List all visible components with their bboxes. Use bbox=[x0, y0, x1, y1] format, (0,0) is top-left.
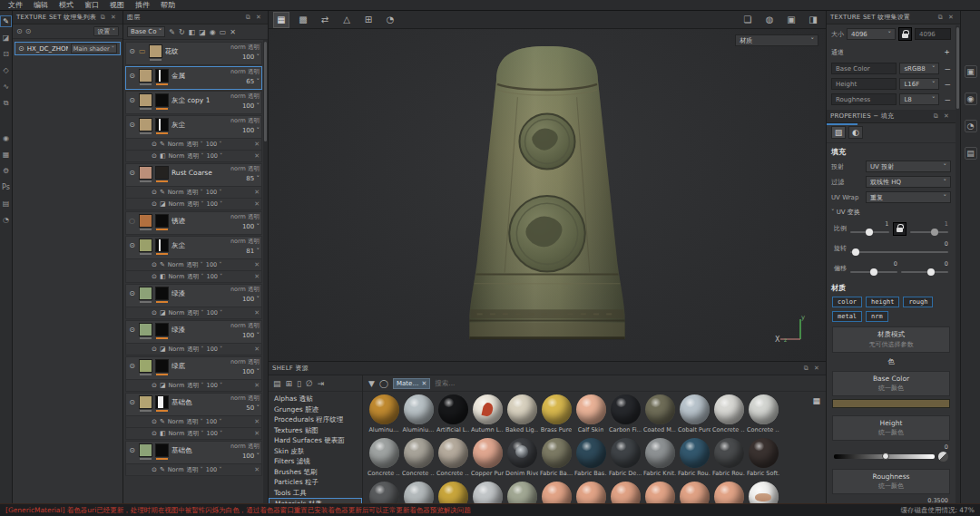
layer-effect-row[interactable]: ⊙✎Norm透明 ˅100 ˅✕ bbox=[126, 186, 261, 198]
channel-toggle-rough[interactable]: rough bbox=[903, 297, 933, 307]
layer-row[interactable]: ⊙基础色norm 透明50 ˅⊙✎Norm透明 ˅100 ˅✕⊙◧Norm透明 … bbox=[125, 393, 262, 440]
height-slider[interactable] bbox=[834, 454, 935, 459]
material-sphere[interactable] bbox=[714, 394, 744, 424]
material-picker-icon[interactable]: ◉ bbox=[1, 133, 11, 143]
layer-visibility-icon[interactable]: ⊙ bbox=[128, 118, 136, 132]
projection-tool-icon[interactable]: ⊡ bbox=[1, 49, 11, 59]
layer-row-main[interactable]: ⊙Rust Coarsenorm 透明85 ˅ bbox=[126, 164, 261, 186]
remove-channel-icon[interactable]: − bbox=[944, 95, 951, 104]
menu-item[interactable]: 窗口 bbox=[80, 0, 103, 10]
material-item[interactable]: Fabric Bas… bbox=[573, 438, 608, 482]
material-item[interactable]: Autumn L… bbox=[470, 394, 505, 438]
material-item[interactable]: Carbon Fi… bbox=[608, 394, 642, 438]
layer-effect-visibility-icon[interactable]: ⊙ bbox=[152, 141, 157, 148]
remove-channel-icon[interactable]: − bbox=[944, 64, 951, 73]
uv-transform-collapse[interactable]: ˅ UV 变换 bbox=[827, 205, 956, 219]
material-mode-button[interactable]: 材质模式 无可供选择参数 bbox=[832, 326, 950, 353]
layer-blend-mode[interactable]: norm 透明 bbox=[230, 68, 260, 76]
material-item[interactable]: Concrete … bbox=[746, 394, 780, 438]
layer-row[interactable]: ⊙基础色norm 透明100 ˅⊙✎Norm透明 ˅100 ˅✕ bbox=[125, 441, 262, 476]
layer-effect-row[interactable]: ⊙✎Norm透明 ˅100 ˅✕ bbox=[126, 138, 261, 150]
material-item[interactable]: Artificial L… bbox=[436, 394, 470, 438]
shelf-category[interactable]: Skin 皮肤 bbox=[269, 446, 362, 457]
material-sphere[interactable] bbox=[404, 482, 434, 503]
effect-mode-dropdown[interactable]: 透明 ˅ bbox=[187, 200, 203, 209]
layer-effect-visibility-icon[interactable]: ⊙ bbox=[152, 430, 157, 437]
layer-row-main[interactable]: ⊙基础色norm 透明100 ˅ bbox=[126, 442, 261, 463]
effect-opacity-dropdown[interactable]: 100 ˅ bbox=[207, 382, 223, 389]
effect-mode-dropdown[interactable]: 透明 ˅ bbox=[186, 261, 202, 269]
layer-effect-visibility-icon[interactable]: ⊙ bbox=[152, 418, 157, 425]
material-sphere[interactable] bbox=[611, 482, 641, 503]
layers-scrollbar[interactable] bbox=[263, 40, 268, 503]
channel-toggle-height[interactable]: height bbox=[866, 297, 899, 307]
layer-blend-mode[interactable]: norm 透明 bbox=[230, 117, 260, 125]
material-item[interactable] bbox=[573, 482, 608, 503]
material-item[interactable]: Concrete … bbox=[711, 394, 746, 438]
layer-blend-mode[interactable]: norm 透明 bbox=[230, 238, 260, 246]
channel-toggle-metal[interactable]: metal bbox=[832, 311, 862, 322]
effect-remove-icon[interactable]: ✕ bbox=[254, 141, 260, 148]
material-item[interactable]: Aluminiu… bbox=[401, 394, 436, 438]
material-sphere[interactable] bbox=[645, 394, 675, 424]
effect-opacity-dropdown[interactable]: 100 ˅ bbox=[207, 152, 223, 160]
remove-channel-icon[interactable]: − bbox=[944, 80, 951, 89]
shelf-document-icon[interactable]: ▯ bbox=[297, 379, 301, 388]
menu-item[interactable]: 帮助 bbox=[156, 0, 180, 10]
tab-material-preview[interactable]: ◐ bbox=[848, 126, 863, 139]
layer-opacity[interactable]: 81 ˅ bbox=[230, 248, 260, 255]
material-item[interactable]: Fabric Soft… bbox=[746, 438, 780, 482]
base-color-swatch[interactable] bbox=[832, 399, 950, 408]
material-item[interactable]: Fabric Ba… bbox=[539, 438, 573, 482]
material-sphere[interactable] bbox=[507, 394, 537, 424]
undock-icon[interactable]: ⧉ bbox=[931, 112, 941, 120]
material-item[interactable]: Concrete … bbox=[367, 438, 401, 482]
shelf-category[interactable]: Brushes 笔刷 bbox=[269, 467, 362, 478]
material-sphere[interactable] bbox=[542, 394, 572, 424]
effect-mode-dropdown[interactable]: 透明 ˅ bbox=[187, 346, 203, 354]
material-sphere[interactable] bbox=[369, 438, 399, 468]
layer-opacity[interactable]: 85 ˅ bbox=[230, 175, 260, 182]
layer-opacity[interactable]: 100 ˅ bbox=[230, 296, 260, 303]
material-sphere[interactable] bbox=[542, 438, 572, 468]
material-sphere[interactable] bbox=[507, 482, 537, 503]
layer-visibility-icon[interactable]: ⊙ bbox=[128, 69, 136, 83]
channel-format-dropdown[interactable]: sRGB8˅ bbox=[899, 63, 939, 74]
material-sphere[interactable] bbox=[369, 394, 399, 424]
close-icon[interactable]: ✕ bbox=[946, 14, 956, 21]
layer-blend-mode[interactable]: norm 透明 bbox=[230, 44, 260, 52]
material-sphere[interactable] bbox=[438, 394, 468, 424]
shader-settings-dock-icon[interactable]: ◉ bbox=[965, 92, 977, 105]
effect-mode-dropdown[interactable]: 透明 ˅ bbox=[187, 152, 203, 161]
material-sphere[interactable] bbox=[473, 438, 503, 468]
layer-effect-row[interactable]: ⊙✎Norm透明 ˅100 ˅✕ bbox=[126, 415, 261, 427]
effect-mode-dropdown[interactable]: 透明 ˅ bbox=[187, 273, 203, 281]
effect-remove-icon[interactable]: ✕ bbox=[254, 273, 260, 280]
layer-row-main[interactable]: ⊙绿底norm 透明100 ˅ bbox=[126, 357, 261, 379]
layer-opacity[interactable]: 100 ˅ bbox=[230, 332, 260, 339]
material-sphere[interactable] bbox=[438, 438, 468, 468]
layer-visibility-icon[interactable]: ⊙ bbox=[128, 166, 136, 180]
settings-gear-icon[interactable]: ⚙ bbox=[1, 166, 11, 176]
shelf-category[interactable]: Filters 滤镜 bbox=[269, 456, 362, 467]
layer-row[interactable]: ⊙灰尘norm 透明81 ˅⊙✎Norm透明 ˅100 ˅✕⊙◧Norm透明 ˅… bbox=[125, 236, 262, 283]
layer-effect-row[interactable]: ⊙◪Norm透明 ˅100 ˅✕ bbox=[126, 343, 261, 355]
layer-row[interactable]: ○锈迹norm 透明100 ˅ bbox=[125, 211, 262, 235]
bake-lock-icon[interactable]: ◨ bbox=[806, 13, 820, 27]
layer-blend-mode[interactable]: norm 透明 bbox=[230, 358, 260, 366]
layer-effect-visibility-icon[interactable]: ⊙ bbox=[152, 382, 157, 389]
close-icon[interactable]: ✕ bbox=[253, 14, 264, 21]
material-item[interactable]: Fabric Rou… bbox=[711, 438, 746, 482]
material-item[interactable]: Concrete … bbox=[436, 438, 470, 482]
material-item[interactable] bbox=[539, 482, 573, 503]
material-item[interactable] bbox=[436, 482, 470, 503]
eye-icon[interactable]: ⊙ bbox=[16, 27, 23, 35]
material-item[interactable]: Coated M… bbox=[642, 394, 677, 438]
layer-opacity[interactable]: 100 ˅ bbox=[230, 223, 260, 230]
layer-row[interactable]: ⊙灰尘norm 透明100 ˅⊙✎Norm透明 ˅100 ˅✕⊙◧Norm透明 … bbox=[125, 115, 262, 162]
layer-visibility-icon[interactable]: ⊙ bbox=[128, 443, 136, 458]
display-settings-dock-icon[interactable]: ▣ bbox=[965, 65, 977, 78]
material-item[interactable]: Cobalt Pure bbox=[677, 394, 711, 438]
menu-item[interactable]: 模式 bbox=[54, 0, 78, 10]
material-item[interactable] bbox=[608, 482, 642, 503]
